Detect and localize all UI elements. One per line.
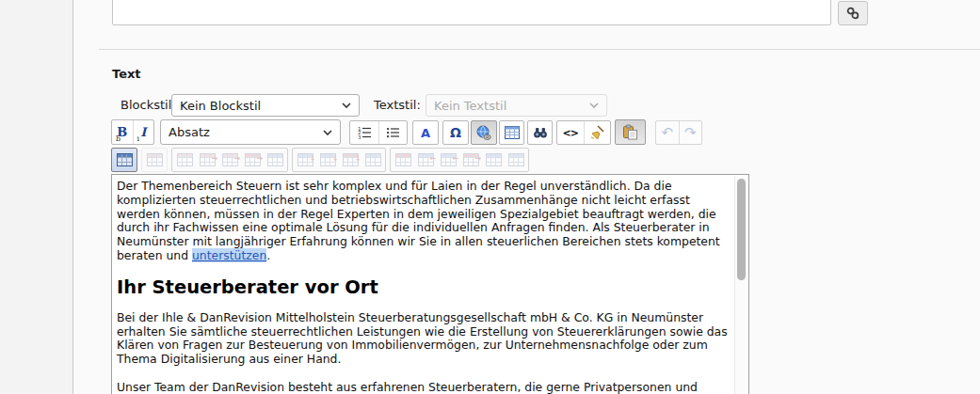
cell-insert-before-icon: ← [418,153,434,166]
table-toolbar-group: ↓↓↓ [292,148,386,172]
find-replace-icon [533,127,548,139]
text-color-button[interactable]: A [412,120,439,145]
italic-icon: I [140,128,146,137]
list-group: 123 [349,120,408,145]
row-delete-icon: → [245,153,261,166]
row-split-icon [267,153,283,166]
row-properties-button [174,150,195,169]
cell-insert-after-icon: ← [441,153,457,166]
undo-icon: ↶ [661,124,673,141]
textstil-select: Kein Textstil [426,94,607,117]
paragraph-format-value: Absatz [169,125,210,139]
italic-sub-label: i [137,135,140,143]
unordered-list-button[interactable] [378,121,408,144]
cell-insert-before-button: ← [415,150,436,169]
chain-link-icon [845,6,860,21]
undo-button: ↶ [656,121,679,144]
source-cleanup-group: <> [556,120,611,145]
row-insert-above-icon: → [200,153,216,166]
chevron-down-icon [589,102,599,108]
view-source-button[interactable]: <> [557,121,584,144]
unordered-list-icon [385,125,400,140]
rte-editable-area[interactable]: Der Themenbereich Steuern ist sehr kompl… [112,175,733,394]
page-left-strip [0,0,73,394]
table-toolbar-group [141,148,168,172]
italic-button[interactable]: I i [133,120,154,144]
link-selected-text: unterstützen [192,248,266,262]
cleanup-button[interactable] [584,121,611,144]
paste-button[interactable] [615,119,646,145]
row-delete-button: → [242,150,263,169]
cell-delete-icon: → [463,153,479,166]
paragraph-format-select[interactable]: Absatz [160,119,341,145]
insert-link-button[interactable] [838,1,868,25]
redo-icon: ↷ [684,124,697,141]
column-delete-icon: ↓ [343,153,359,166]
paragraph: Unser Team der DanRevision besteht aus e… [117,381,731,394]
paragraph: Bei der Ihle & DanRevision Mittelholstei… [117,311,731,367]
chevron-down-icon [323,130,332,135]
cell-insert-after-button: ← [438,150,458,169]
chevron-down-icon [342,102,351,108]
table-insert-button[interactable] [111,148,137,172]
paragraph-text: . [266,248,270,262]
cell-delete-button: → [460,150,481,169]
table-insert-icon [117,153,133,166]
cell-properties-button [393,150,413,169]
textstil-label: Textstil: [374,98,421,112]
source-icon: <> [563,127,578,139]
insert-table-button[interactable] [499,120,524,145]
cell-merge-button [483,150,504,169]
section-top-border [99,49,980,50]
special-char-icon: Ω [450,125,461,140]
row-insert-above-button: → [197,150,217,169]
editor-scrollbar-track[interactable] [734,176,747,394]
column-split-icon [365,153,381,166]
row-properties-icon [177,153,193,166]
find-replace-button[interactable] [527,120,553,145]
bold-italic-group: B b I i [111,119,154,145]
row-split-button [265,150,285,169]
column-delete-button: ↓ [340,150,361,169]
row-insert-under-icon: → [222,153,238,166]
undo-redo-group: ↶ ↷ [655,120,702,145]
bold-sub-label: b [116,135,120,143]
column-insert-after-icon: ↓ [320,153,336,166]
rte-editor-frame: Der Themenbereich Steuern ist sehr kompl… [111,174,749,394]
insert-web-link-button[interactable] [471,120,497,145]
cleanup-icon [589,125,604,140]
ordered-list-button[interactable]: 123 [350,121,378,144]
blockstil-value: Kein Blockstil [180,99,261,113]
column-split-button [362,150,383,169]
blockstil-label: Blockstil: [120,98,176,112]
redo-button: ↷ [679,121,702,144]
paste-icon [622,124,638,140]
table-toolbar-group: →→→ [171,148,288,172]
table-toolbar-group [111,148,137,172]
special-character-button[interactable]: Ω [442,120,469,145]
cell-merge-icon [486,153,502,166]
cell-split-button [506,150,526,169]
textcolor-icon: A [421,126,430,140]
editor-heading: Ihr Steuerberater vor Ort [117,277,731,298]
textstil-value: Kein Textstil [434,99,506,113]
table-toolbar: →→→↓↓↓←←→ [111,148,529,172]
row-insert-under-button: → [219,150,240,169]
table-toolbar-group: ←←→ [390,148,529,172]
cell-properties-icon [395,153,411,166]
blockstil-select[interactable]: Kein Blockstil [171,94,360,117]
table-icon [505,126,520,139]
svg-text:3: 3 [358,134,361,140]
table-properties-button [141,148,168,172]
table-properties-icon [147,153,163,166]
editor-scrollbar-thumb[interactable] [737,179,746,280]
header-input[interactable] [112,0,831,25]
cell-split-icon [508,153,524,166]
column-insert-before-button: ↓ [295,150,315,169]
bold-button[interactable]: B b [112,120,133,144]
unterstuetzen-link[interactable]: unterstützen [192,248,266,262]
paragraph: Der Themenbereich Steuern ist sehr kompl… [117,180,731,263]
column-insert-before-icon: ↓ [297,153,313,166]
section-title: Text [112,67,141,81]
globe-link-icon [475,125,492,141]
